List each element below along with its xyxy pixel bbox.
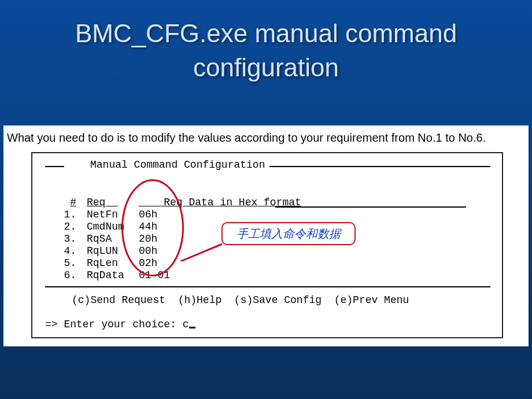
- row-val: 01 01: [139, 269, 179, 281]
- row-num: 5.: [51, 257, 87, 269]
- prompt-input: c: [183, 319, 189, 330]
- table-row: 4. RqLUN 00h: [51, 245, 179, 257]
- row-val: 06h: [139, 209, 179, 220]
- row-req: NetFn: [87, 209, 139, 220]
- table-row: 3. RqSA 20h: [51, 233, 179, 245]
- row-num: 4.: [51, 245, 87, 257]
- slide-title: BMC_CFG.exe manual command configuration: [0, 0, 532, 97]
- row-num: 6.: [51, 269, 87, 281]
- row-val: 02h: [139, 257, 179, 269]
- footer-menu: (c)Send Request (h)Help (s)Save Config (…: [72, 294, 409, 306]
- terminal-header: Manual Command Configuration: [32, 166, 502, 167]
- terminal-box: Manual Command Configuration # Req Req D…: [31, 152, 503, 338]
- row-req: RqLUN: [87, 245, 139, 257]
- table-row: 1. NetFn 06h: [51, 209, 179, 220]
- callout-box: 手工填入命令和数据: [221, 222, 356, 245]
- table-row: 6. RqData 01 01: [51, 269, 179, 281]
- row-req: CmdNum: [87, 221, 139, 232]
- col-header-num: #: [70, 197, 76, 208]
- table-row: 5. RqLen 02h: [51, 257, 179, 269]
- footer-divider: [45, 286, 490, 287]
- row-val: 00h: [139, 245, 179, 257]
- table-header-row: # Req: [51, 197, 139, 208]
- cursor-icon: [189, 327, 195, 328]
- row-val: 20h: [139, 233, 179, 245]
- row-req: RqData: [87, 269, 139, 281]
- prompt-row: => Enter your choice: c: [45, 319, 195, 330]
- terminal-header-label: Manual Command Configuration: [86, 159, 269, 171]
- row-num: 3.: [51, 233, 87, 245]
- row-val: 44h: [139, 221, 179, 232]
- instruction-text: What you need to do is to modify the val…: [3, 125, 529, 149]
- row-num: 1.: [51, 209, 87, 220]
- prompt-label: => Enter your choice:: [45, 319, 183, 330]
- table-row: 2. CmdNum 44h: [51, 221, 179, 232]
- row-req: RqSA: [87, 233, 139, 245]
- row-req: RqLen: [87, 257, 139, 269]
- row-num: 2.: [51, 221, 87, 232]
- header-underline-right: [275, 206, 466, 208]
- col-header-req: Req: [87, 197, 105, 208]
